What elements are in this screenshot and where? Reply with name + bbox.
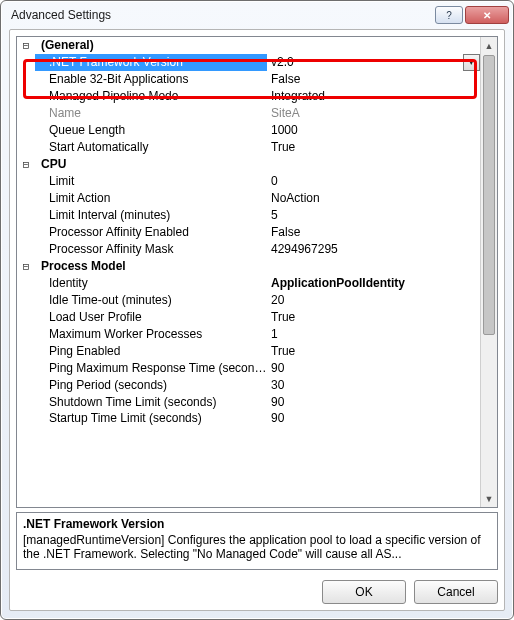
prop-value[interactable]: v2.0 [267,54,463,71]
prop-value: NoAction [267,190,480,207]
close-button[interactable]: ✕ [465,6,509,24]
prop-value: True [267,343,480,360]
prop-value: False [267,224,480,241]
prop-label: Limit Interval (minutes) [35,207,267,224]
prop-value: ApplicationPoolIdentity [267,275,480,292]
help-button[interactable]: ? [435,6,463,24]
prop-limit-action[interactable]: Limit Action NoAction [17,190,480,207]
client-area: ⊟ (General) .NET Framework Version v2.0 … [9,29,505,611]
prop-ping-enabled[interactable]: Ping Enabled True [17,343,480,360]
prop-label: Startup Time Limit (seconds) [35,410,267,427]
collapse-icon[interactable]: ⊟ [17,37,35,54]
description-title: .NET Framework Version [23,517,491,531]
prop-label: Maximum Worker Processes [35,326,267,343]
titlebar: Advanced Settings ? ✕ [1,1,513,29]
category-process-model[interactable]: ⊟ Process Model [17,258,480,275]
prop-label: Processor Affinity Enabled [35,224,267,241]
prop-queue-length[interactable]: Queue Length 1000 [17,122,480,139]
category-cpu[interactable]: ⊟ CPU [17,156,480,173]
prop-label: Ping Period (seconds) [35,377,267,394]
cancel-button[interactable]: Cancel [414,580,498,604]
prop-value: True [267,309,480,326]
prop-label: Managed Pipeline Mode [35,88,267,105]
prop-enable-32bit[interactable]: Enable 32-Bit Applications False [17,71,480,88]
ok-button[interactable]: OK [322,580,406,604]
prop-label: .NET Framework Version [35,54,267,71]
prop-value: 1000 [267,122,480,139]
prop-label: Name [35,105,267,122]
prop-label: Idle Time-out (minutes) [35,292,267,309]
button-bar: OK Cancel [16,570,498,604]
prop-value: 90 [267,410,480,427]
prop-label: Ping Enabled [35,343,267,360]
prop-value: 20 [267,292,480,309]
chevron-down-icon: ▾ [469,54,474,71]
prop-value: 1 [267,326,480,343]
description-pane: .NET Framework Version [managedRuntimeVe… [16,512,498,570]
description-body: [managedRuntimeVersion] Configures the a… [23,533,491,561]
property-grid: ⊟ (General) .NET Framework Version v2.0 … [16,36,498,508]
dropdown-button[interactable]: ▾ [463,54,480,71]
prop-name[interactable]: Name SiteA [17,105,480,122]
prop-load-user-profile[interactable]: Load User Profile True [17,309,480,326]
prop-value: Integrated [267,88,480,105]
prop-label: Enable 32-Bit Applications [35,71,267,88]
prop-value: 90 [267,360,480,377]
prop-label: Limit [35,173,267,190]
prop-value: 90 [267,394,480,411]
help-icon: ? [446,10,452,21]
prop-value: 0 [267,173,480,190]
property-grid-list[interactable]: ⊟ (General) .NET Framework Version v2.0 … [17,37,480,507]
prop-startup-time-limit[interactable]: Startup Time Limit (seconds) 90 [17,411,480,425]
prop-label: Identity [35,275,267,292]
close-icon: ✕ [483,10,491,21]
prop-shutdown-time-limit[interactable]: Shutdown Time Limit (seconds) 90 [17,394,480,411]
prop-processor-affinity-mask[interactable]: Processor Affinity Mask 4294967295 [17,241,480,258]
prop-ping-max-response-time[interactable]: Ping Maximum Response Time (seconds) 90 [17,360,480,377]
prop-value: 30 [267,377,480,394]
prop-value: 4294967295 [267,241,480,258]
category-general[interactable]: ⊟ (General) [17,37,480,54]
prop-identity[interactable]: Identity ApplicationPoolIdentity [17,275,480,292]
prop-label: Shutdown Time Limit (seconds) [35,394,267,411]
prop-managed-pipeline-mode[interactable]: Managed Pipeline Mode Integrated [17,88,480,105]
scroll-down-icon[interactable]: ▼ [481,490,497,507]
window-title: Advanced Settings [11,8,433,22]
collapse-icon[interactable]: ⊟ [17,156,35,173]
prop-ping-period[interactable]: Ping Period (seconds) 30 [17,377,480,394]
vertical-scrollbar[interactable]: ▲ ▼ [480,37,497,507]
prop-idle-timeout[interactable]: Idle Time-out (minutes) 20 [17,292,480,309]
prop-start-automatically[interactable]: Start Automatically True [17,139,480,156]
prop-limit[interactable]: Limit 0 [17,173,480,190]
prop-processor-affinity-enabled[interactable]: Processor Affinity Enabled False [17,224,480,241]
prop-value: False [267,71,480,88]
prop-value: True [267,139,480,156]
prop-label: Processor Affinity Mask [35,241,267,258]
prop-value: 5 [267,207,480,224]
scroll-up-icon[interactable]: ▲ [481,37,497,54]
prop-label: Ping Maximum Response Time (seconds) [35,360,267,377]
prop-label: Load User Profile [35,309,267,326]
prop-limit-interval[interactable]: Limit Interval (minutes) 5 [17,207,480,224]
prop-value: SiteA [267,105,480,122]
dialog-window: Advanced Settings ? ✕ ⊟ (General) .NET F… [0,0,514,620]
prop-label: Queue Length [35,122,267,139]
collapse-icon[interactable]: ⊟ [17,258,35,275]
prop-max-worker-processes[interactable]: Maximum Worker Processes 1 [17,326,480,343]
prop-label: Limit Action [35,190,267,207]
scroll-thumb[interactable] [483,55,495,335]
prop-label: Start Automatically [35,139,267,156]
prop-net-framework-version[interactable]: .NET Framework Version v2.0 ▾ [17,54,480,71]
